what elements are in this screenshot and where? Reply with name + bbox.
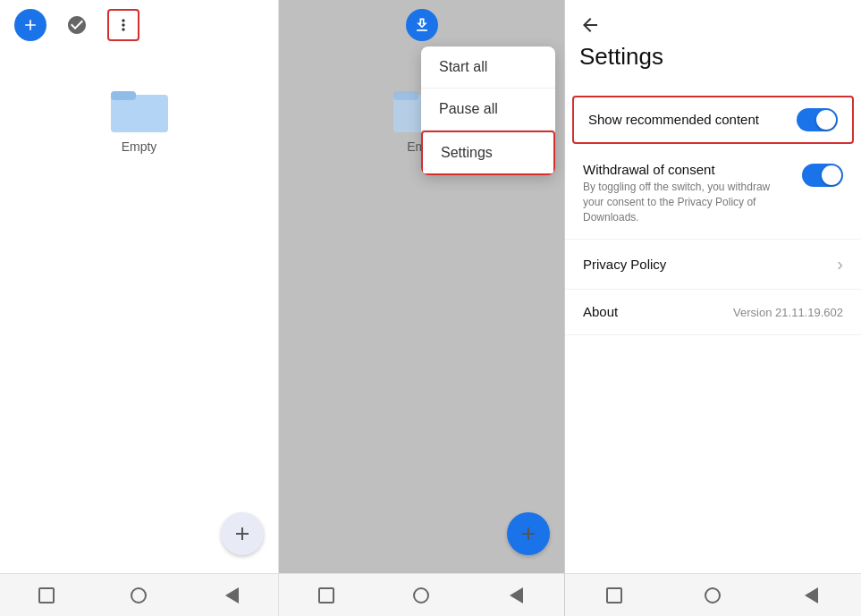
settings-row-withdrawal: Withdrawal of consent By toggling off th… [565,148,861,240]
nav-bar-3 [565,573,861,616]
panel2-header [279,0,564,50]
more-options-button[interactable] [107,9,139,41]
nav-square-icon-3[interactable] [604,585,625,606]
nav-back-icon-3[interactable] [801,585,823,606]
nav-circle-icon[interactable] [128,585,149,606]
dropdown-menu: Start all Pause all Settings [421,46,555,175]
settings-row-withdrawal-sublabel: By toggling off the switch, you withdraw… [583,180,780,224]
download-button[interactable] [406,9,438,41]
settings-header [565,0,861,43]
svg-rect-3 [393,91,418,100]
settings-content: Show recommended content Withdrawal of c… [565,85,861,573]
settings-row-privacy-label: Privacy Policy [583,257,666,272]
fab-add-button-2[interactable] [507,512,550,555]
toggle-recommended[interactable] [797,108,838,131]
settings-row-privacy-text: Privacy Policy [583,257,837,273]
folder-icon [111,86,168,132]
panel-settings: Settings Show recommended content Withdr… [565,0,861,616]
settings-row-about: About Version 21.11.19.602 [565,290,861,335]
settings-row-recommended-label: Show recommended content [588,112,759,127]
panel-downloads-empty: Empty [0,0,279,616]
fab-add-button[interactable] [221,512,264,555]
dropdown-pause-all[interactable]: Pause all [421,89,555,130]
nav-bar-2 [279,573,564,616]
toggle-withdrawal[interactable] [802,164,843,187]
nav-bar-1 [0,573,278,616]
nav-circle-icon-3[interactable] [702,585,723,606]
folder-label: Empty [122,139,157,154]
nav-back-icon[interactable] [221,585,242,606]
check-button[interactable] [61,9,93,41]
back-button[interactable] [579,14,601,36]
settings-row-recommended: Show recommended content [572,96,854,144]
panel-downloads-overlay: Em... Start all Pause all Settings [279,0,565,616]
svg-rect-0 [111,95,168,132]
panel1-content: Empty [0,50,278,573]
add-button[interactable] [14,9,46,41]
nav-back-icon-2[interactable] [506,585,528,606]
settings-row-about-version: Version 21.11.19.602 [733,306,843,319]
settings-row-withdrawal-label: Withdrawal of consent [583,162,715,177]
settings-row-recommended-text: Show recommended content [588,112,797,128]
panel1-header [0,0,278,50]
chevron-right-icon: › [837,254,843,274]
nav-circle-icon-2[interactable] [410,585,432,606]
nav-square-icon[interactable] [36,585,57,606]
dropdown-settings[interactable]: Settings [421,131,555,175]
nav-square-icon-2[interactable] [316,585,337,606]
settings-row-privacy[interactable]: Privacy Policy › [565,240,861,290]
settings-title-container: Settings [565,43,861,85]
settings-row-withdrawal-text: Withdrawal of consent By toggling off th… [583,162,802,224]
settings-row-about-text: About [583,304,733,320]
settings-row-about-label: About [583,304,618,319]
dropdown-start-all[interactable]: Start all [421,46,555,88]
settings-title: Settings [579,43,663,70]
svg-rect-1 [111,91,136,100]
